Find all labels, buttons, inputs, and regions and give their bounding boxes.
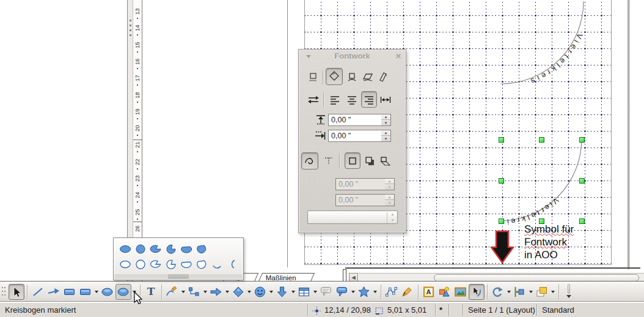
fontwork-slant-vertical-button[interactable] (377, 69, 389, 85)
layer-tab-masslinien[interactable]: Maßlinien (258, 273, 315, 282)
status-position[interactable]: 12,14 / 20,98 (324, 305, 371, 315)
ellipse-tool[interactable] (117, 242, 133, 256)
basic-shapes-button[interactable] (230, 284, 246, 300)
spin-up-icon[interactable]: ▲ (381, 130, 390, 136)
fontwork-autosize-button[interactable] (379, 92, 392, 107)
circle-arc-tool[interactable] (224, 258, 240, 271)
ellipse-segment-unfilled-tool[interactable] (178, 258, 194, 271)
circle-segment-unfilled-tool[interactable] (194, 258, 209, 271)
block-arrow-dropdown[interactable] (224, 284, 230, 300)
close-icon[interactable]: ✕ (395, 52, 401, 61)
selection-handle[interactable] (539, 137, 544, 143)
selection-handle[interactable] (499, 137, 504, 143)
line-tool-button[interactable] (30, 284, 46, 300)
effects-mode-button[interactable] (469, 284, 485, 300)
circle-pie-unfilled-tool[interactable] (163, 258, 178, 271)
text-tool-button[interactable]: T (143, 284, 159, 300)
ellipse-open-tool-button[interactable] (115, 284, 131, 300)
fontwork-gallery-button[interactable]: A (421, 284, 437, 300)
star-shapes-dropdown[interactable] (372, 284, 378, 300)
status-modified[interactable]: * (439, 305, 442, 315)
fontwork-align-right-button[interactable] (361, 91, 377, 108)
curve-tool-button[interactable] (164, 284, 180, 300)
fontwork-rotate-button[interactable] (326, 68, 343, 85)
spin-down-icon[interactable]: ▼ (381, 120, 390, 125)
distance-input[interactable] (328, 114, 382, 126)
ellipse-pie-tool[interactable] (148, 242, 163, 256)
symbol-shapes-dropdown[interactable] (268, 284, 274, 300)
basic-shapes-dropdown[interactable] (246, 284, 252, 300)
fontwork-slant-shadow-button[interactable] (378, 154, 392, 168)
status-page[interactable]: Seite 1 / 1 (Layout) (468, 305, 535, 315)
selection-handle[interactable] (579, 178, 585, 184)
distance-spinner[interactable]: ▲▼ (381, 114, 391, 126)
rotate-button[interactable] (490, 284, 506, 300)
star-shapes-button[interactable] (356, 284, 372, 300)
selection-handle[interactable] (499, 218, 504, 224)
glue-points-button[interactable] (400, 284, 415, 300)
toolbar-grip[interactable] (1, 285, 7, 299)
flowchart-shapes-button[interactable] (296, 284, 312, 300)
circle-segment-tool[interactable] (194, 242, 209, 256)
fontwork-upright-button[interactable] (345, 69, 359, 85)
circle-tool[interactable] (133, 242, 148, 256)
ellipse-pie-unfilled-tool[interactable] (148, 258, 163, 271)
select-tool-button[interactable] (9, 284, 24, 300)
rectangle-tool-button[interactable] (62, 284, 78, 300)
ellipse-unfilled-tool[interactable] (117, 258, 133, 271)
ellipse-tool-button[interactable] (100, 284, 115, 300)
spin-up-icon[interactable]: ▲ (381, 114, 390, 120)
connector-dropdown[interactable] (202, 284, 208, 300)
callout-gray-button[interactable] (318, 284, 334, 300)
fontwork-orientation-button[interactable] (306, 92, 321, 107)
spin-down-icon[interactable]: ▼ (381, 136, 390, 141)
ellipse-segment-tool[interactable] (178, 242, 194, 256)
callout-shapes-dropdown[interactable] (350, 284, 356, 300)
line-arrow-tool-button[interactable] (46, 284, 62, 300)
fontwork-align-left-button[interactable] (328, 92, 342, 107)
fontwork-slant-horizontal-button[interactable] (360, 69, 375, 85)
fontwork-text-contour-button[interactable] (322, 154, 335, 168)
indent-input[interactable] (328, 130, 382, 142)
toolbar-more-button[interactable] (565, 284, 573, 300)
indent-spinner[interactable]: ▲▼ (381, 130, 391, 142)
arc-tool[interactable] (209, 258, 224, 271)
text-icon: T (147, 286, 155, 297)
alignment-dropdown[interactable] (528, 284, 534, 300)
ellipse-flyout-popup[interactable] (113, 237, 244, 280)
circle-pie-tool[interactable] (163, 242, 178, 256)
arrange-button[interactable] (534, 284, 550, 300)
flowchart-shapes-dropdown[interactable] (312, 284, 318, 300)
selection-handle[interactable] (499, 178, 504, 184)
status-size[interactable]: 5,01 x 5,01 (387, 305, 426, 315)
selection-handle[interactable] (579, 137, 585, 143)
from-file-button[interactable] (437, 284, 453, 300)
selection-handle[interactable] (539, 218, 544, 224)
arrow-shapes-dropdown[interactable] (290, 284, 296, 300)
tab-scroll-left-button[interactable]: ◀ (349, 273, 358, 282)
edit-points-button[interactable] (384, 284, 400, 300)
alignment-button[interactable] (512, 284, 528, 300)
arrange-dropdown[interactable] (550, 284, 556, 300)
fontwork-contour-button[interactable] (301, 152, 318, 170)
down-arrow-symbol[interactable] (488, 229, 518, 267)
popup-drag-handle[interactable] (114, 274, 243, 279)
fontwork-align-center-button[interactable] (345, 92, 359, 107)
callout-shapes-button[interactable] (334, 284, 350, 300)
fontwork-vertical-shadow-button[interactable] (364, 154, 376, 168)
curve-dropdown[interactable] (180, 284, 186, 300)
fontwork-no-shadow-button[interactable] (345, 152, 360, 169)
rotate-dropdown[interactable] (506, 284, 512, 300)
status-style[interactable]: Standard (542, 305, 574, 315)
rectangle-dropdown[interactable] (93, 284, 100, 300)
gallery-button[interactable] (453, 284, 469, 300)
block-arrow-tool-button[interactable] (208, 284, 224, 300)
circle-unfilled-tool[interactable] (133, 258, 148, 271)
symbol-shapes-button[interactable] (252, 284, 268, 300)
rectangle-menu-button[interactable] (78, 284, 93, 300)
arrow-shapes-button[interactable] (274, 284, 290, 300)
connector-tool-button[interactable] (186, 284, 202, 300)
selection-handle[interactable] (579, 218, 585, 224)
fontwork-off-button[interactable] (306, 69, 320, 85)
fontwork-dialog[interactable]: Fontwork ✕ ▲▼ ▲▼ (298, 49, 406, 233)
